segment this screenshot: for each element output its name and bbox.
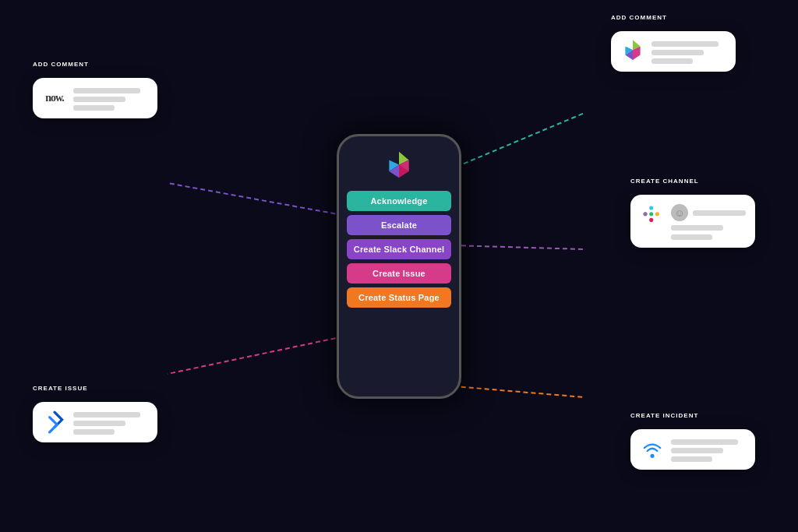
incident-logo-icon — [640, 437, 665, 462]
card-line-2 — [73, 97, 125, 102]
card-add-comment-right: ADD COMMENT — [611, 31, 736, 72]
card-lines-incident — [671, 437, 746, 462]
svg-rect-16 — [649, 212, 653, 216]
card-lines-issue — [73, 410, 148, 435]
card-line-3 — [651, 58, 693, 64]
escalate-button[interactable]: Escalate — [347, 215, 451, 235]
card-create-channel: CREATE CHANNEL ☺ — [630, 195, 755, 248]
phone: Acknowledge Escalate Create Slack Channe… — [337, 134, 461, 399]
card-line-1 — [73, 412, 140, 417]
svg-rect-19 — [643, 212, 647, 216]
create-status-page-button[interactable]: Create Status Page — [347, 287, 451, 308]
svg-rect-18 — [649, 218, 653, 222]
card-create-channel-title: CREATE CHANNEL — [630, 178, 699, 185]
card-create-issue: CREATE ISSUE — [33, 402, 157, 442]
card-line-3 — [671, 234, 712, 240]
card-line-3 — [671, 456, 712, 462]
svg-point-20 — [650, 454, 654, 458]
jira-logo-icon — [42, 410, 67, 435]
svg-rect-15 — [649, 206, 653, 210]
card-lines — [73, 86, 148, 111]
card-lines-right — [651, 39, 726, 64]
card-line-2 — [73, 421, 125, 426]
phone-logo — [383, 150, 415, 183]
card-line-name — [693, 210, 746, 216]
prismatic-logo-icon — [620, 39, 645, 64]
card-line-2 — [671, 225, 723, 231]
card-line-3 — [73, 429, 115, 435]
svg-line-3 — [168, 335, 351, 374]
phone-buttons: Acknowledge Escalate Create Slack Channe… — [347, 191, 451, 308]
avatar-icon: ☺ — [671, 204, 688, 221]
card-line-1 — [651, 41, 719, 47]
card-create-issue-title: CREATE ISSUE — [33, 385, 88, 392]
now-logo-icon: now. — [42, 86, 67, 111]
card-add-comment-left-title: ADD COMMENT — [33, 61, 89, 68]
slack-logo-icon — [640, 203, 665, 227]
create-slack-channel-button[interactable]: Create Slack Channel — [347, 239, 451, 259]
acknowledge-button[interactable]: Acknowledge — [347, 191, 451, 211]
card-line-1 — [671, 439, 738, 445]
card-line-2 — [651, 50, 704, 55]
card-line-2 — [671, 448, 723, 453]
card-create-incident-title: CREATE INCIDENT — [630, 412, 698, 419]
create-issue-button[interactable]: Create Issue — [347, 263, 451, 284]
card-create-incident: CREATE INCIDENT — [630, 429, 755, 470]
card-line-3 — [73, 105, 115, 111]
card-add-comment-left: ADD COMMENT now. — [33, 78, 157, 118]
card-line-1 — [73, 88, 140, 93]
card-add-comment-right-title: ADD COMMENT — [611, 14, 667, 21]
svg-rect-17 — [655, 212, 659, 216]
scene: Acknowledge Escalate Create Slack Channe… — [0, 0, 798, 532]
svg-line-1 — [168, 183, 351, 217]
